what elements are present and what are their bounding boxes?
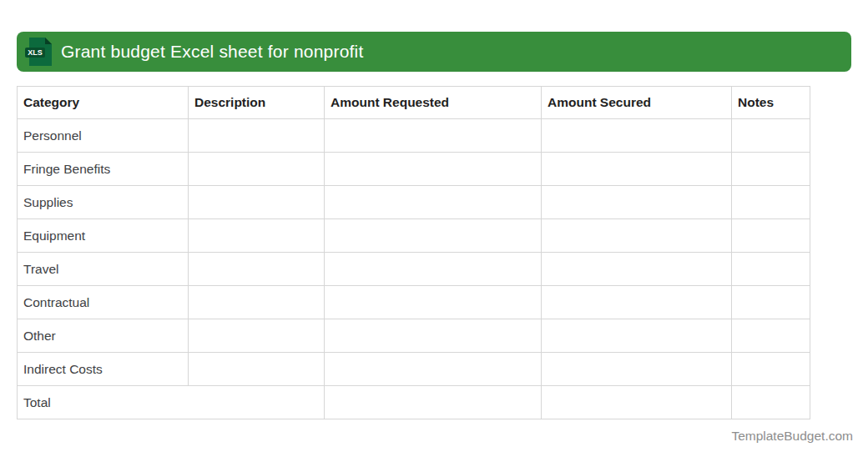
empty-cell <box>325 286 542 319</box>
empty-cell <box>189 353 325 386</box>
category-cell: Contractual <box>18 286 189 319</box>
empty-cell <box>325 353 542 386</box>
total-row: Total <box>18 386 810 419</box>
empty-cell <box>189 119 325 153</box>
empty-cell <box>542 219 732 253</box>
empty-cell <box>542 353 732 386</box>
empty-cell <box>732 153 810 186</box>
empty-cell <box>325 253 542 286</box>
empty-cell <box>189 219 325 253</box>
page-title: Grant budget Excel sheet for nonprofit <box>61 42 363 62</box>
empty-cell <box>325 386 542 419</box>
budget-table: Category Description Amount Requested Am… <box>17 86 810 419</box>
table-row: Equipment <box>18 219 810 253</box>
empty-cell <box>732 286 810 319</box>
category-cell: Fringe Benefits <box>18 153 189 186</box>
empty-cell <box>732 219 810 253</box>
empty-cell <box>189 153 325 186</box>
category-cell: Indirect Costs <box>18 353 189 386</box>
empty-cell <box>732 353 810 386</box>
column-header-description: Description <box>189 87 325 119</box>
header-row: Category Description Amount Requested Am… <box>18 87 810 119</box>
empty-cell <box>325 186 542 219</box>
empty-cell <box>542 386 732 419</box>
table-row: Contractual <box>18 286 810 319</box>
empty-cell <box>189 319 325 353</box>
category-cell: Equipment <box>18 219 189 253</box>
empty-cell <box>325 153 542 186</box>
empty-cell <box>542 153 732 186</box>
site-credit: TemplateBudget.com <box>17 429 853 444</box>
column-header-amount-requested: Amount Requested <box>325 87 542 119</box>
category-cell: Other <box>18 319 189 353</box>
empty-cell <box>325 119 542 153</box>
table-row: Personnel <box>18 119 810 153</box>
column-header-notes: Notes <box>732 87 810 119</box>
empty-cell <box>189 186 325 219</box>
empty-cell <box>325 319 542 353</box>
total-label-cell: Total <box>18 386 325 419</box>
template-banner: XLS Grant budget Excel sheet for nonprof… <box>17 32 851 72</box>
category-cell: Travel <box>18 253 189 286</box>
table-row: Other <box>18 319 810 353</box>
empty-cell <box>542 186 732 219</box>
empty-cell <box>542 253 732 286</box>
category-cell: Personnel <box>18 119 189 153</box>
page: XLS Grant budget Excel sheet for nonprof… <box>0 0 868 467</box>
empty-cell <box>732 253 810 286</box>
column-header-amount-secured: Amount Secured <box>542 87 732 119</box>
empty-cell <box>542 319 732 353</box>
empty-cell <box>325 219 542 253</box>
empty-cell <box>542 119 732 153</box>
table-row: Indirect Costs <box>18 353 810 386</box>
table-row: Supplies <box>18 186 810 219</box>
xls-file-icon: XLS <box>25 38 52 66</box>
empty-cell <box>732 119 810 153</box>
xls-icon-label: XLS <box>28 48 43 57</box>
column-header-category: Category <box>18 87 189 119</box>
empty-cell <box>189 286 325 319</box>
empty-cell <box>732 386 810 419</box>
empty-cell <box>542 286 732 319</box>
empty-cell <box>732 319 810 353</box>
table-row: Travel <box>18 253 810 286</box>
empty-cell <box>732 186 810 219</box>
empty-cell <box>189 253 325 286</box>
category-cell: Supplies <box>18 186 189 219</box>
table-row: Fringe Benefits <box>18 153 810 186</box>
